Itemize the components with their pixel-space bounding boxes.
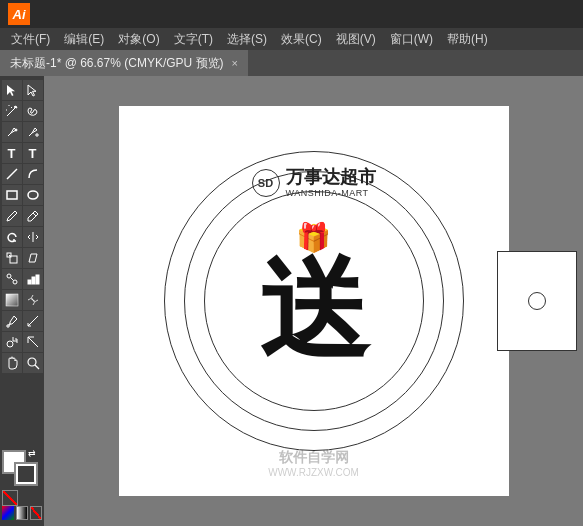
selection-tool[interactable] <box>2 80 22 100</box>
stroke-box[interactable] <box>14 462 38 486</box>
menu-object[interactable]: 对象(O) <box>111 29 166 50</box>
svg-point-28 <box>28 358 36 366</box>
reflect-tool[interactable] <box>23 227 43 247</box>
menu-effect[interactable]: 效果(C) <box>274 29 329 50</box>
sd-badge: SD <box>252 169 280 197</box>
svg-point-17 <box>13 280 17 284</box>
tool-row-symbol <box>2 332 43 352</box>
left-toolbar: T T <box>0 76 44 526</box>
brand-logo-area: SD 万事达超市 WANSHIDA-MART <box>252 168 376 198</box>
tool-row-eyedropper <box>2 311 43 331</box>
svg-rect-19 <box>28 280 31 284</box>
tab-label: 未标题-1* @ 66.67% (CMYK/GPU 预览) <box>10 55 224 72</box>
watermark-overlay: 软件自学网 WWW.RJZXW.COM <box>119 449 509 478</box>
tab-close-button[interactable]: × <box>232 57 238 69</box>
tool-row-line <box>2 164 43 184</box>
measure-tool[interactable] <box>23 311 43 331</box>
none-row <box>2 488 42 506</box>
hand-tool[interactable] <box>2 353 22 373</box>
menu-select[interactable]: 选择(S) <box>220 29 274 50</box>
watermark-line2: WWW.RJZXW.COM <box>119 467 509 478</box>
svg-point-9 <box>28 191 38 199</box>
rotate-tool[interactable] <box>2 227 22 247</box>
brand-english-text: WANSHIDA-MART <box>286 188 376 198</box>
svg-marker-15 <box>29 254 37 262</box>
slice-tool[interactable] <box>23 332 43 352</box>
color-mode-solid[interactable] <box>2 506 14 520</box>
zoom-tool[interactable] <box>23 353 43 373</box>
menu-file[interactable]: 文件(F) <box>4 29 57 50</box>
color-mode-gradient[interactable] <box>16 506 28 520</box>
blend-tool[interactable] <box>2 269 22 289</box>
app-icon: Ai <box>8 3 30 25</box>
color-mode-boxes <box>2 506 42 520</box>
arc-tool[interactable] <box>23 164 43 184</box>
tool-row-blend <box>2 269 43 289</box>
brand-chinese-text: 万事达超市 <box>286 168 376 188</box>
tool-row-hand <box>2 353 43 373</box>
paintbrush-tool[interactable] <box>2 206 22 226</box>
color-mode-none[interactable] <box>30 506 42 520</box>
tool-row-type: T T <box>2 143 43 163</box>
menu-text[interactable]: 文字(T) <box>167 29 220 50</box>
vertical-type-tool[interactable]: T <box>23 143 43 163</box>
mesh-tool[interactable] <box>23 290 43 310</box>
svg-rect-8 <box>7 191 17 199</box>
title-bar: Ai <box>0 0 583 28</box>
tool-row-wand <box>2 101 43 121</box>
rectangle-tool[interactable] <box>2 185 22 205</box>
brand-text-area: 万事达超市 WANSHIDA-MART <box>286 168 376 198</box>
main-area: T T <box>0 76 583 526</box>
direct-selection-tool[interactable] <box>23 80 43 100</box>
menu-view[interactable]: 视图(V) <box>329 29 383 50</box>
shear-tool[interactable] <box>23 248 43 268</box>
svg-point-27 <box>7 341 13 347</box>
active-tab[interactable]: 未标题-1* @ 66.67% (CMYK/GPU 预览) × <box>0 50 248 76</box>
main-character: 送 <box>259 254 369 364</box>
svg-line-29 <box>35 365 39 369</box>
tag-hole <box>528 292 546 310</box>
none-color-indicator[interactable] <box>2 490 18 506</box>
add-anchor-tool[interactable] <box>23 122 43 142</box>
svg-line-10 <box>33 213 36 216</box>
ellipse-tool[interactable] <box>23 185 43 205</box>
scale-tool[interactable] <box>2 248 22 268</box>
svg-rect-22 <box>6 294 18 306</box>
tab-bar: 未标题-1* @ 66.67% (CMYK/GPU 预览) × <box>0 50 583 76</box>
eyedropper-tool[interactable] <box>2 311 22 331</box>
menu-help[interactable]: 帮助(H) <box>440 29 495 50</box>
tag-element <box>497 251 577 351</box>
pen-tool[interactable] <box>2 122 22 142</box>
tool-row-pen <box>2 122 43 142</box>
tool-row-scale <box>2 248 43 268</box>
watermark-line1: 软件自学网 <box>119 449 509 467</box>
menu-window[interactable]: 窗口(W) <box>383 29 440 50</box>
svg-line-18 <box>10 277 13 280</box>
lasso-tool[interactable] <box>23 101 43 121</box>
design-canvas: SD 万事达超市 WANSHIDA-MART 🎁 送 软件自学网 WWW.RJZ… <box>119 106 509 496</box>
svg-line-26 <box>33 319 35 321</box>
svg-rect-21 <box>36 275 39 284</box>
svg-point-16 <box>7 274 11 278</box>
gradient-tool[interactable] <box>2 290 22 310</box>
type-tool[interactable]: T <box>2 143 22 163</box>
pencil-tool[interactable] <box>23 206 43 226</box>
tool-row-rect <box>2 185 43 205</box>
fill-stroke-area[interactable]: ⇄ <box>2 450 38 486</box>
canvas-area[interactable]: SD 万事达超市 WANSHIDA-MART 🎁 送 软件自学网 WWW.RJZ… <box>44 76 583 526</box>
line-segment-tool[interactable] <box>2 164 22 184</box>
swap-colors-icon[interactable]: ⇄ <box>28 448 40 460</box>
svg-point-4 <box>15 129 17 131</box>
svg-line-7 <box>7 169 17 179</box>
magic-wand-tool[interactable] <box>2 101 22 121</box>
tool-row-brush <box>2 206 43 226</box>
column-graph-tool[interactable] <box>23 269 43 289</box>
tool-row-rotate <box>2 227 43 247</box>
svg-line-0 <box>7 108 15 116</box>
symbol-sprayer-tool[interactable] <box>2 332 22 352</box>
tool-row-gradient <box>2 290 43 310</box>
svg-line-2 <box>11 107 12 108</box>
svg-rect-20 <box>32 277 35 284</box>
menu-edit[interactable]: 编辑(E) <box>57 29 111 50</box>
color-boxes: ⇄ <box>0 448 44 522</box>
